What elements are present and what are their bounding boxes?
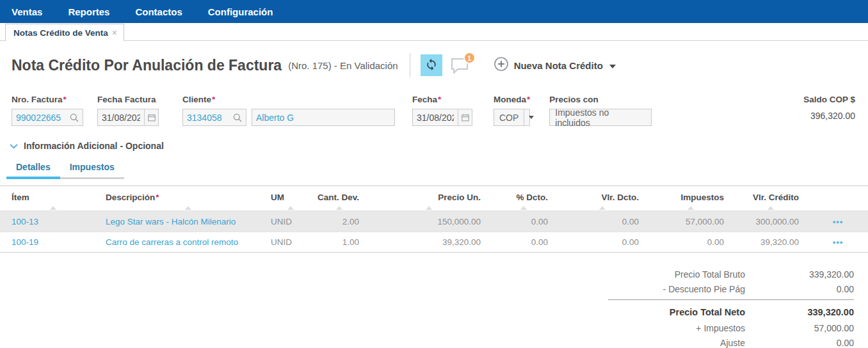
table-header-row: ÍtemDescripción*UMCant. Dev.Precio Un.% … [0, 186, 868, 210]
column-header-vlr-credito[interactable]: Vlr. Crédito [733, 186, 808, 210]
totals-value: 0.00 [758, 338, 854, 348]
sort-arrow-icon [599, 206, 606, 210]
cell-cant-dev: 2.00 [310, 217, 368, 226]
cliente-code-input[interactable] [183, 113, 229, 123]
column-header-um[interactable]: UM [271, 186, 310, 210]
document-header: Nota Crédito Por Anulación de Factura (N… [0, 51, 868, 79]
item-code-link[interactable]: 100-19 [0, 237, 106, 247]
precios-con-value: Impuestos no incluidos [550, 107, 651, 128]
field-group-moneda: Moneda* COP [494, 95, 530, 126]
sort-arrow-icon [426, 206, 432, 210]
calendar-icon[interactable] [458, 109, 472, 125]
tab-title: Notas Crédito de Venta [13, 28, 108, 38]
required-asterisk: * [438, 95, 441, 104]
cell-um: UNID [271, 237, 310, 247]
totals-divider [608, 299, 854, 300]
cliente-label: Cliente [182, 95, 211, 104]
new-credit-note-button[interactable]: Nueva Nota Crédito [494, 56, 616, 74]
totals-row-descuento-pie-pag: - Descuento Pie Pág0.00 [608, 281, 854, 296]
tab-impuestos[interactable]: Impuestos [60, 159, 124, 179]
search-icon[interactable] [66, 109, 83, 125]
cell-dcto: 0.00 [490, 237, 557, 247]
fecha-input[interactable] [413, 113, 458, 123]
table-body: 100-13Lego Star wars - Halcón MilenarioU… [0, 210, 868, 253]
field-group-fecha: Fecha* [412, 95, 472, 126]
cell-dcto: 0.00 [490, 217, 557, 226]
fecha-factura-label: Fecha Factura [97, 95, 156, 104]
cliente-name-input[interactable] [252, 113, 394, 123]
totals-label: + Impuestos [608, 323, 758, 333]
tab-close-icon[interactable]: × [112, 28, 117, 37]
nro-factura-label: Nro. Factura [12, 95, 63, 104]
additional-info-toggle[interactable]: Información Adicional - Opcional [0, 140, 868, 152]
plus-circle-icon [494, 56, 509, 74]
precios-con-select[interactable]: Impuestos no incluidos [549, 109, 652, 126]
sort-arrow-icon [287, 206, 294, 210]
item-code-link[interactable]: 100-13 [0, 217, 106, 226]
chevron-down-icon [9, 140, 19, 152]
field-group-fecha-factura: Fecha Factura [97, 95, 159, 126]
additional-info-label: Información Adicional - Opcional [24, 141, 164, 151]
saldo-label: Saldo COP $ [803, 95, 855, 104]
row-actions-button[interactable]: ••• [808, 237, 868, 247]
nro-factura-input[interactable] [12, 113, 66, 123]
sort-arrow-icon [687, 206, 694, 210]
cell-impuestos: 57,000.00 [648, 217, 733, 226]
field-group-cliente: Cliente* [182, 95, 395, 126]
required-asterisk: * [212, 95, 215, 104]
totals-row-precio-total-neto: Precio Total Neto339,320.00 [608, 303, 854, 320]
required-asterisk: * [63, 95, 67, 104]
new-credit-note-label: Nueva Nota Crédito [514, 60, 603, 71]
column-header-vlr-dcto[interactable]: Vlr. Dcto. [557, 186, 648, 210]
page-title: Nota Crédito Por Anulación de Factura [12, 57, 282, 74]
cell-vlr-credito: 300,000.00 [733, 217, 808, 226]
comments-button[interactable]: 1 [450, 54, 472, 76]
detail-tabs: DetallesImpuestos [0, 159, 868, 179]
refresh-icon [425, 58, 438, 73]
sort-arrow-icon [336, 206, 342, 210]
column-header-cant-dev[interactable]: Cant. Dev. [310, 186, 368, 210]
totals-row-precio-total-bruto: Precio Total Bruto339,320.00 [608, 267, 854, 281]
column-header-item[interactable]: Ítem [0, 186, 106, 210]
description-link[interactable]: Carro de carreras a control remoto [106, 237, 271, 247]
precios-con-label: Precios con [549, 95, 599, 104]
document-status: (Nro. 175) - En Validación [288, 60, 398, 71]
fecha-factura-input[interactable] [98, 113, 144, 123]
column-header-descripcion[interactable]: Descripción* [106, 186, 271, 210]
nav-item-reportes[interactable]: Reportes [68, 6, 109, 17]
document-form: Nro. Factura* Fecha Factura Cliente* [0, 95, 868, 126]
nav-item-configuracion[interactable]: Configuración [208, 6, 273, 17]
row-actions-button[interactable]: ••• [808, 217, 868, 226]
field-group-precios-con: Precios con Impuestos no incluidos [549, 95, 652, 126]
cell-vlr-dcto: 0.00 [557, 217, 648, 226]
totals-value: 57,000.00 [758, 323, 854, 333]
cell-um: UNID [271, 217, 310, 226]
totals-panel: Precio Total Bruto339,320.00- Descuento … [608, 267, 854, 348]
currency-select[interactable]: COP [494, 109, 530, 126]
column-header-actions [808, 186, 868, 210]
totals-row-ajuste: Ajuste0.00 [608, 335, 854, 348]
column-header-impuestos[interactable]: Impuestos [648, 186, 733, 210]
tab-notas-credito-de-venta[interactable]: Notas Crédito de Venta × [5, 24, 124, 41]
table-row[interactable]: 100-13Lego Star wars - Halcón MilenarioU… [0, 210, 868, 232]
column-header-precio-un[interactable]: Precio Un. [368, 186, 490, 210]
cell-precio-un: 39,320.00 [368, 237, 490, 247]
chevron-down-icon[interactable] [524, 109, 538, 125]
calendar-icon[interactable] [144, 109, 158, 125]
totals-label: Precio Total Neto [608, 307, 758, 317]
cell-precio-un: 150,000.00 [368, 217, 490, 226]
table-row[interactable]: 100-19Carro de carreras a control remoto… [0, 232, 868, 253]
tab-detalles[interactable]: Detalles [6, 159, 60, 179]
description-link[interactable]: Lego Star wars - Halcón Milenario [106, 217, 271, 226]
nav-item-contactos[interactable]: Contactos [135, 6, 182, 17]
nav-item-ventas[interactable]: Ventas [12, 6, 42, 17]
totals-label: Ajuste [608, 338, 758, 348]
totals-label: Precio Total Bruto [608, 269, 758, 280]
items-table: ÍtemDescripción*UMCant. Dev.Precio Un.% … [0, 186, 868, 253]
refresh-button[interactable] [421, 54, 442, 76]
top-nav: VentasReportesContactosConfiguración [0, 0, 868, 23]
fecha-label: Fecha [412, 95, 437, 104]
column-header-dcto[interactable]: % Dcto. [490, 186, 557, 210]
search-icon[interactable] [229, 109, 246, 125]
totals-row-impuestos: + Impuestos57,000.00 [608, 320, 854, 335]
